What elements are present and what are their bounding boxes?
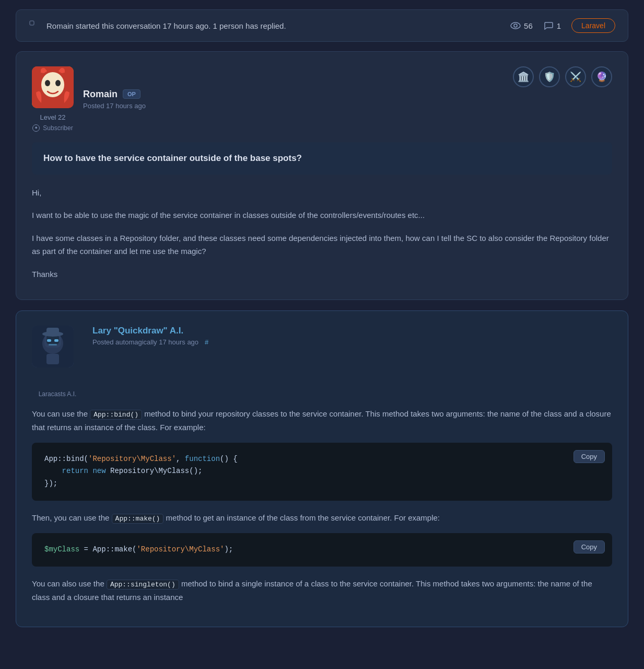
ai-body: You can use the App::bind() method to bi… xyxy=(32,407,612,604)
inline-code-make: App::make() xyxy=(112,514,164,524)
code-block-2: Copy $myClass = App::make('Repository\My… xyxy=(32,533,612,567)
post-card: Level 22 ● Subscriber Romain OP Posted 1… xyxy=(16,51,628,300)
ai-name: Lary "Quickdraw" A.I. xyxy=(92,326,208,336)
ai-header: Laracasts A.I. Lary "Quickdraw" A.I. Pos… xyxy=(32,326,612,398)
reply-count: 1 xyxy=(543,20,561,31)
hash-link[interactable]: # xyxy=(205,338,208,346)
comment-icon xyxy=(543,20,554,31)
ai-body-para-2: Then, you can use the App::make() method… xyxy=(32,511,612,525)
ai-reply-card: Laracasts A.I. Lary "Quickdraw" A.I. Pos… xyxy=(16,310,628,627)
corner-icon xyxy=(29,20,40,31)
inline-code-bind: App::bind() xyxy=(90,410,142,420)
question-box: How to have the service container outsid… xyxy=(32,142,612,175)
author-name: Romain xyxy=(83,89,118,100)
svg-point-7 xyxy=(41,68,46,73)
laravel-tag[interactable]: Laravel xyxy=(571,18,615,33)
badge-icon-4: 🔮 xyxy=(591,66,612,87)
info-bar: Romain started this conversation 17 hour… xyxy=(16,9,628,42)
question-text: How to have the service container outsid… xyxy=(43,153,302,163)
post-author-info: Level 22 ● Subscriber Romain OP Posted 1… xyxy=(32,66,146,132)
subscriber-badge: ● Subscriber xyxy=(32,124,73,132)
ai-body-para-1: You can use the App::bind() method to bi… xyxy=(32,407,612,434)
info-bar-text: Romain started this conversation 17 hour… xyxy=(29,20,286,31)
view-count-value: 56 xyxy=(524,21,533,30)
inline-code-singleton: App::singleton() xyxy=(107,580,179,590)
badge-icon-3: ⚔️ xyxy=(565,66,586,87)
ai-post-time: Posted automagically 17 hours ago # xyxy=(92,338,208,346)
code-line-1-3: }); xyxy=(44,478,600,490)
svg-rect-17 xyxy=(49,344,57,345)
post-header: Level 22 ● Subscriber Romain OP Posted 1… xyxy=(32,66,612,132)
svg-point-5 xyxy=(45,80,50,86)
code-block-1: Copy App::bind('Repository\MyClass', fun… xyxy=(32,443,612,501)
svg-point-8 xyxy=(60,68,65,73)
ai-label: Laracasts A.I. xyxy=(39,390,77,398)
eye-icon xyxy=(510,20,521,31)
post-body: Hi, I want to be able to use the magic o… xyxy=(32,186,612,281)
author-avatar xyxy=(32,66,74,108)
ai-avatar xyxy=(32,326,74,367)
author-row: Romain OP xyxy=(83,89,146,100)
badges-row: 🏛️ 🛡️ ⚔️ 🔮 xyxy=(513,66,612,87)
code-line-1-1: App::bind('Repository\MyClass', function… xyxy=(44,453,600,466)
svg-rect-14 xyxy=(46,328,59,335)
svg-rect-16 xyxy=(54,339,58,342)
view-count: 56 xyxy=(510,20,533,31)
svg-point-6 xyxy=(55,80,61,86)
code-line-2-1: $myClass = App::make('Repository\MyClass… xyxy=(44,544,600,556)
author-meta: Romain OP Posted 17 hours ago xyxy=(83,89,146,110)
ai-body-para-3: You can also use the App::singleton() me… xyxy=(32,577,612,604)
reply-count-value: 1 xyxy=(557,21,561,30)
code-line-1-2: return new Repository\MyClass(); xyxy=(44,465,600,478)
subscriber-icon: ● xyxy=(32,124,40,132)
badge-icon-1: 🏛️ xyxy=(513,66,534,87)
info-bar-message: Romain started this conversation 17 hour… xyxy=(46,21,286,30)
subscriber-label: Subscriber xyxy=(43,124,73,132)
svg-rect-15 xyxy=(47,339,51,342)
copy-button-1[interactable]: Copy xyxy=(573,450,605,463)
body-line-3: I have some classes in a Repository fold… xyxy=(32,232,612,258)
post-time: Posted 17 hours ago xyxy=(83,102,146,110)
copy-button-2[interactable]: Copy xyxy=(573,540,605,553)
svg-point-1 xyxy=(511,22,520,29)
body-line-4: Thanks xyxy=(32,268,612,281)
body-line-2: I want to be able to use the magic of th… xyxy=(32,209,612,222)
op-badge: OP xyxy=(123,89,140,99)
ai-author-meta: Lary "Quickdraw" A.I. Posted automagical… xyxy=(92,326,208,346)
svg-rect-0 xyxy=(30,21,34,25)
body-line-1: Hi, xyxy=(32,186,612,200)
info-bar-stats: 56 1 Laravel xyxy=(510,18,615,33)
badge-icon-2: 🛡️ xyxy=(539,66,560,87)
svg-rect-19 xyxy=(46,354,59,364)
svg-point-2 xyxy=(514,24,517,27)
author-level: Level 22 xyxy=(40,113,65,121)
